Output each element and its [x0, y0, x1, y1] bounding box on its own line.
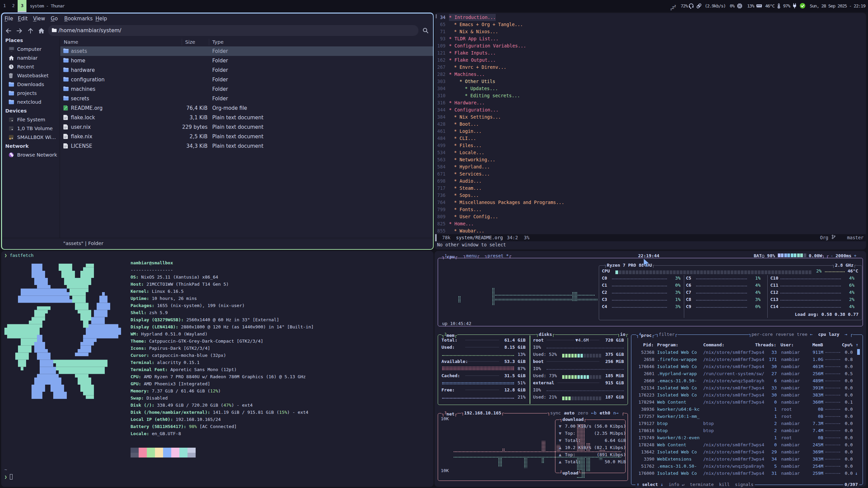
column-header-name[interactable]: Name: [64, 38, 78, 46]
org-heading-line[interactable]: 162* Flake Output...: [435, 57, 866, 64]
process-row[interactable]: 51762.emacs-31.0.50-/nix/store/wnqz5pa8r…: [631, 463, 863, 470]
org-heading-line[interactable]: 109* Configuration Variables...: [435, 42, 866, 49]
search-button[interactable]: [419, 25, 432, 36]
process-row[interactable]: 178294Web Content/nix/store/sm8fmrf3wps4…: [631, 399, 863, 406]
org-heading-line[interactable]: 34* Introduction...: [435, 14, 866, 21]
process-row[interactable]: 176646Isolated Web Co/nix/store/sm8fmrf3…: [631, 363, 863, 370]
scroll-down-icon[interactable]: ↓: [855, 470, 858, 477]
org-heading-line[interactable]: 584* Hyprland...: [435, 163, 866, 170]
path-text[interactable]: /home/nambiar/system/: [59, 27, 121, 34]
up-button[interactable]: [26, 25, 35, 37]
sidebar-item-browse-network[interactable]: Browse Network: [2, 150, 60, 159]
forward-button[interactable]: [15, 25, 24, 37]
sidebar-item-nextcloud[interactable]: nextcloud: [2, 98, 60, 106]
clock-module[interactable]: Sun, 28 Sep 2025 - 22:19: [810, 0, 865, 12]
menu-view[interactable]: View: [33, 14, 45, 24]
sidebar-item-projects[interactable]: projects: [2, 89, 60, 98]
workspace-button-1[interactable]: 1: [0, 0, 9, 12]
org-heading-line[interactable]: 809* User Config...: [435, 213, 866, 220]
menu-edit[interactable]: Edit: [18, 14, 28, 24]
memory-module[interactable]: 13%: [747, 0, 754, 12]
net-options[interactable]: syncautozero←beth0n→: [547, 410, 625, 416]
org-heading-line[interactable]: 384* Nix Settings...: [435, 114, 866, 121]
org-heading-line[interactable]: 303* Other Utils: [435, 78, 866, 85]
org-heading-line[interactable]: 304* Updates...: [435, 85, 866, 92]
proc-options[interactable]: per-corereversetree← cpu lazy →: [749, 331, 853, 338]
org-heading-line[interactable]: 764* Miscellaneous Packages and Programs…: [435, 199, 866, 206]
org-heading-line[interactable]: 71* Nix & Nixos...: [435, 28, 866, 35]
org-heading-line[interactable]: 310* Editing secrets...: [435, 92, 866, 99]
sidebar-item-wastebasket[interactable]: Wastebasket: [2, 71, 60, 80]
proc-footer[interactable]: ↑ select ↓ info ↵ terminate kill signals: [635, 481, 755, 488]
org-heading-line[interactable]: 65* Emacs + Org + Tangle...: [435, 21, 866, 28]
process-row[interactable]: 13642Isolated Web Co/nix/store/sm8fmrf3w…: [631, 448, 863, 455]
sidebar-item-1-0-tb-volume[interactable]: 1,0 TB Volume: [2, 124, 60, 133]
pathbar[interactable]: /home/nambiar/system/: [48, 25, 418, 36]
org-heading-line[interactable]: 267* Envrc + Direnv...: [435, 64, 866, 71]
workspace-button-2[interactable]: 2: [9, 0, 18, 12]
org-heading-line[interactable]: 671* Services...: [435, 170, 866, 178]
file-row-secrets[interactable]: secretsFolder: [60, 94, 433, 103]
org-heading-line[interactable]: 282* Machines...: [435, 71, 866, 78]
workspace-button-3[interactable]: 3: [18, 0, 26, 12]
menu-bookmarks[interactable]: Bookmarks: [64, 14, 93, 24]
menu-help[interactable]: Help: [96, 14, 107, 24]
org-heading-line[interactable]: 484* CLI...: [435, 135, 866, 142]
sidebar-item-nambiar[interactable]: nambiar: [2, 54, 60, 62]
home-button[interactable]: [37, 25, 46, 37]
org-heading-line[interactable]: 93* TLDR App List...: [435, 35, 866, 42]
org-heading-line[interactable]: 799* Fonts...: [435, 206, 866, 213]
file-row-assets[interactable]: assetsFolder: [60, 46, 433, 56]
process-row[interactable]: 178616btopbtop2nambiar7.4M0.0: [631, 427, 863, 434]
scroll-up-icon[interactable]: ↑: [856, 341, 859, 348]
process-row[interactable]: 176000Isolated Web Co/nix/store/sm8fmrf3…: [631, 470, 863, 477]
org-heading-line[interactable]: 534* Locale...: [435, 149, 866, 156]
battery-module[interactable]: 97%: [783, 0, 790, 12]
org-heading-line[interactable]: 825* Home...: [435, 220, 866, 227]
sidebar-item-file-system[interactable]: File System: [2, 115, 60, 124]
file-row-machines[interactable]: machinesFolder: [60, 84, 433, 94]
process-row[interactable]: 2601.Hyprland-wrapp/run/current-system/s…: [631, 370, 863, 377]
file-row-flake-nix[interactable]: flake.nix2,5 KiBPlain text document: [60, 132, 433, 141]
file-row-hardware[interactable]: hardwareFolder: [60, 65, 433, 75]
network-speed[interactable]: (2.9kb/s): [705, 0, 726, 12]
file-row-home[interactable]: homeFolder: [60, 56, 433, 65]
process-row[interactable]: 177257kworker/10:1-mm_1root0B0.0: [631, 413, 863, 420]
cpu-module[interactable]: 0%: [730, 0, 734, 12]
process-row[interactable]: 2660.emacs-31.0.50-/nix/store/wnqz5pa8ra…: [631, 377, 863, 384]
sidebar-item-downloads[interactable]: Downloads: [2, 80, 60, 89]
menu-file[interactable]: File: [5, 14, 13, 24]
org-heading-line[interactable]: 428* Boot...: [435, 121, 866, 128]
menu-go[interactable]: Go: [51, 14, 58, 24]
org-heading-line[interactable]: 855* Waubar...: [435, 227, 866, 235]
process-row[interactable]: 2658.firefox-wrappe/nix/store/sm8fmrf3wp…: [631, 356, 863, 363]
process-row[interactable]: 176223Isolated Web Co/nix/store/sm8fmrf3…: [631, 391, 863, 399]
org-heading-line[interactable]: 698* Audio...: [435, 178, 866, 185]
process-row[interactable]: 52368Isolated Web Co/nix/store/sm8fmrf3w…: [631, 349, 863, 356]
org-heading-line[interactable]: 344* Configuration...: [435, 106, 866, 114]
process-row[interactable]: 52134Isolated Web Co/nix/store/sm8fmrf3w…: [631, 384, 863, 391]
process-row[interactable]: 178248Web Content/nix/store/sm8fmrf3wps4…: [631, 441, 863, 448]
org-heading-line[interactable]: 121* Flake Inputs...: [435, 49, 866, 57]
file-row-configuration[interactable]: configurationFolder: [60, 75, 433, 84]
org-heading-line[interactable]: 461* Login...: [435, 128, 866, 135]
proc-filter[interactable]: filter: [656, 331, 678, 338]
column-header-type[interactable]: Type: [212, 38, 223, 46]
process-row[interactable]: 3390WebExtensions/nix/store/sm8fmrf3wps4…: [631, 455, 863, 463]
process-row[interactable]: 179127btopbtop2nambiar7.3M0.0: [631, 420, 863, 427]
volume-module[interactable]: 72%: [681, 0, 688, 12]
sidebar-item-computer[interactable]: Computer: [2, 45, 60, 54]
back-button[interactable]: [4, 25, 13, 37]
file-row-readme-org[interactable]: README.org76,4 KiBOrg-mode file: [60, 103, 433, 113]
file-row-flake-lock[interactable]: flake.lock3,1 KiBPlain text document: [60, 113, 433, 122]
status-check-icon[interactable]: [800, 0, 806, 12]
org-heading-line[interactable]: 499* Files...: [435, 142, 866, 149]
shell-prompt-cursor-line[interactable]: ❯: [4, 473, 13, 481]
sidebar-item-recent[interactable]: Recent: [2, 62, 60, 71]
file-row-license[interactable]: LICENSE34,3 KiBPlain text document: [60, 141, 433, 151]
column-header-size[interactable]: Size: [185, 38, 195, 46]
org-heading-line[interactable]: 736* Sops...: [435, 192, 866, 199]
org-heading-line[interactable]: 717* Steam...: [435, 185, 866, 192]
sidebar-item-smallbox-wi-[interactable]: SMALLBOX Wi...: [2, 133, 60, 142]
process-row[interactable]: 175749kworker/6:2-even1root0B0.0: [631, 434, 863, 441]
